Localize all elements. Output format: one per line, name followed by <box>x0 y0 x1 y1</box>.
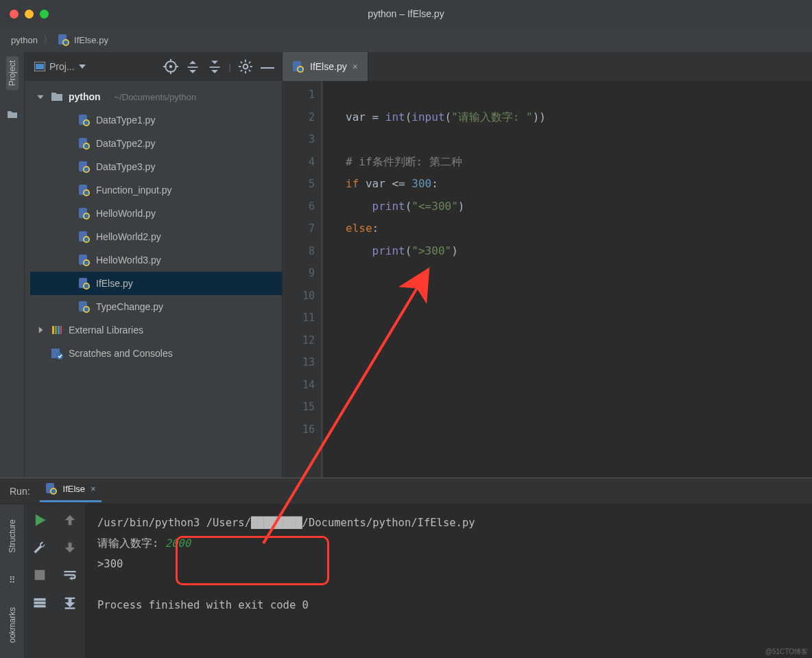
rerun-icon[interactable] <box>32 513 47 528</box>
breadcrumb-file-label: IfElse.py <box>74 35 108 45</box>
code-area[interactable]: var = int(input("请输入数字: ")) # if条件判断: 第二… <box>322 81 812 478</box>
left-tool-strip: Project <box>0 52 25 478</box>
console-output: >300 <box>97 554 800 574</box>
line-number-gutter: 12345678910111213141516 <box>283 81 322 478</box>
project-tree[interactable]: python ~/Documents/python DataType1.pyDa… <box>25 81 282 478</box>
project-panel-title[interactable]: Proj... <box>34 61 86 72</box>
scratches-icon <box>51 347 63 360</box>
close-icon[interactable]: × <box>353 61 358 72</box>
editor-tab-ifelse[interactable]: IfElse.py × <box>283 52 368 81</box>
svg-point-7 <box>243 64 248 69</box>
svg-rect-38 <box>60 326 62 334</box>
panel-icon <box>34 62 45 71</box>
svg-rect-36 <box>55 326 57 334</box>
run-panel: Run: IfElse × Structure ⠿ ookmarks ☰ /us… <box>0 478 812 658</box>
editor-body[interactable]: 12345678910111213141516 var = int(input(… <box>283 81 812 478</box>
layout-icon[interactable] <box>32 595 47 610</box>
arrow-up-icon[interactable] <box>62 513 77 528</box>
tree-file[interactable]: TypeChange.py <box>30 295 282 318</box>
tree-file[interactable]: HelloWorld.py <box>30 202 282 225</box>
tree-root[interactable]: python ~/Documents/python <box>30 85 282 108</box>
tree-external-libs[interactable]: External Libraries <box>30 318 282 342</box>
run-header: Run: IfElse × <box>0 478 812 504</box>
soft-wrap-icon[interactable] <box>62 567 77 583</box>
tool-bookmarks[interactable]: ookmarks <box>6 603 19 647</box>
tree-root-name: python <box>69 91 101 102</box>
run-tab-label: IfElse <box>63 484 86 494</box>
arrow-down-icon[interactable] <box>62 540 77 555</box>
svg-point-34 <box>84 307 88 312</box>
python-file-icon <box>78 254 91 266</box>
svg-point-28 <box>84 261 88 265</box>
run-actions-col-1 <box>25 504 55 658</box>
tree-file[interactable]: DataType3.py <box>30 155 282 178</box>
tree-file-label: HelloWorld3.py <box>96 255 161 266</box>
python-file-icon <box>45 482 58 495</box>
tree-file-label: DataType1.py <box>96 115 155 126</box>
tree-file[interactable]: DataType2.py <box>30 132 282 155</box>
window-title: python – IfElse.py <box>0 8 812 19</box>
chevron-right-icon <box>36 325 45 335</box>
svg-rect-4 <box>36 64 44 69</box>
python-file-icon <box>292 60 304 73</box>
python-file-icon <box>58 34 70 46</box>
tree-file[interactable]: HelloWorld3.py <box>30 248 282 272</box>
tree-file-label: Function_input.py <box>96 185 172 196</box>
python-file-icon <box>78 207 91 220</box>
tree-file-label: IfElse.py <box>96 278 133 289</box>
console-input: 2000 <box>165 537 191 550</box>
run-body: Structure ⠿ ookmarks ☰ /usr/bin/python3 … <box>0 504 812 658</box>
tree-file[interactable]: IfElse.py <box>30 272 282 295</box>
tree-file[interactable]: DataType1.py <box>30 108 282 132</box>
target-icon[interactable] <box>163 59 178 74</box>
svg-point-13 <box>84 144 88 148</box>
wrench-icon[interactable] <box>32 540 47 555</box>
gear-icon[interactable] <box>238 59 253 74</box>
hide-panel-icon[interactable]: — <box>260 59 275 74</box>
main-area: Project Proj... | — python ~/ <box>0 52 812 478</box>
svg-point-46 <box>51 489 55 493</box>
expand-all-icon[interactable] <box>185 59 200 74</box>
tree-file-label: DataType3.py <box>96 161 155 172</box>
tree-file-label: HelloWorld.py <box>96 208 156 219</box>
run-tab[interactable]: IfElse × <box>40 480 102 502</box>
editor-tab-label: IfElse.py <box>310 61 347 72</box>
stop-icon[interactable] <box>32 567 47 583</box>
python-file-icon <box>78 114 91 126</box>
chevron-right-icon: 〉 <box>43 34 52 46</box>
tool-project[interactable]: Project <box>6 56 19 90</box>
tree-file[interactable]: HelloWorld2.py <box>30 225 282 248</box>
svg-rect-49 <box>34 602 45 604</box>
svg-rect-37 <box>58 326 60 334</box>
tree-scratches[interactable]: Scratches and Consoles <box>30 342 282 365</box>
python-file-icon <box>78 301 91 313</box>
breadcrumb-root[interactable]: python <box>11 35 38 45</box>
scroll-end-icon[interactable] <box>62 595 77 610</box>
watermark: @51CTO博客 <box>765 647 808 657</box>
svg-point-40 <box>56 353 63 360</box>
svg-point-43 <box>298 67 302 71</box>
console[interactable]: /usr/bin/python3 /Users/████████/Documen… <box>85 504 812 658</box>
breadcrumb: python 〉 IfElse.py <box>0 27 812 52</box>
python-file-icon <box>78 161 91 173</box>
left-tool-strip-lower: Structure ⠿ ookmarks ☰ <box>0 504 25 658</box>
python-file-icon <box>78 231 91 243</box>
python-file-icon <box>78 137 91 150</box>
svg-point-10 <box>84 121 88 125</box>
tree-external-libs-label: External Libraries <box>69 325 143 336</box>
folder-icon[interactable] <box>7 109 18 120</box>
titlebar: python – IfElse.py <box>0 0 812 27</box>
structure-icon[interactable]: ⠿ <box>9 575 16 585</box>
python-file-icon <box>78 184 91 196</box>
tree-file-label: DataType2.py <box>96 138 155 149</box>
folder-icon <box>51 91 63 103</box>
editor: IfElse.py × 12345678910111213141516 var … <box>283 52 812 478</box>
chevron-down-icon <box>79 64 86 69</box>
svg-point-25 <box>84 237 88 242</box>
tree-file[interactable]: Function_input.py <box>30 178 282 202</box>
console-cmd: /usr/bin/python3 /Users/████████/Documen… <box>97 513 800 533</box>
close-icon[interactable]: × <box>91 484 96 494</box>
collapse-all-icon[interactable] <box>207 59 222 74</box>
tool-structure[interactable]: Structure <box>6 515 19 557</box>
breadcrumb-file[interactable]: IfElse.py <box>58 34 108 46</box>
